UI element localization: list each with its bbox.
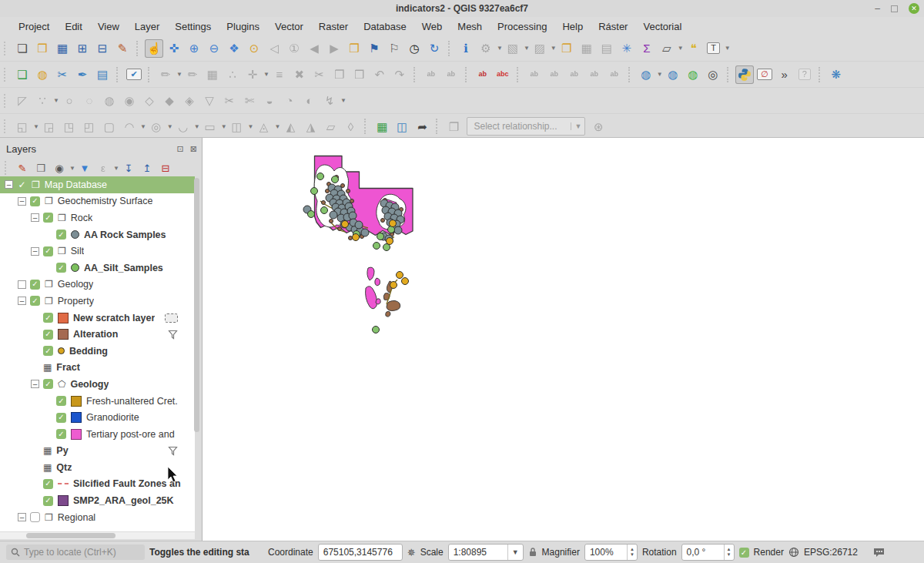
zoom-to-selection-icon[interactable]: ⊙: [245, 39, 263, 58]
layer-checkbox[interactable]: ✓: [43, 213, 53, 223]
layer-checkbox[interactable]: ✓: [56, 413, 66, 423]
globe-binoculars-icon[interactable]: ◎: [704, 65, 722, 84]
spin-arrows-icon[interactable]: ▲▼: [627, 545, 637, 560]
save-project-icon[interactable]: ▦: [53, 39, 72, 58]
layer-tree-row[interactable]: –❐Regional: [0, 509, 195, 526]
collapse-all-icon[interactable]: ↥: [139, 159, 156, 176]
panel-float-button[interactable]: ⊡: [177, 145, 184, 153]
zoom-in-icon[interactable]: ⊕: [185, 39, 203, 58]
layer-checkbox[interactable]: ✓: [30, 296, 40, 306]
adv-digitizing-8-icon[interactable]: ◆: [160, 92, 179, 110]
menu-vector[interactable]: Vector: [267, 19, 311, 34]
adv-digitizing-3-icon[interactable]: ○: [60, 92, 79, 110]
adv-digitizing-12-icon[interactable]: ✄: [240, 92, 259, 110]
processing-toolbox-icon[interactable]: ✳: [618, 39, 636, 58]
lock-scale-icon[interactable]: [528, 547, 537, 558]
menu-processing[interactable]: Processing: [490, 19, 554, 34]
disabled-tool-8-icon[interactable]: ◡: [174, 117, 192, 136]
render-checkbox[interactable]: ✓: [739, 548, 749, 558]
layer-checkbox[interactable]: ✓: [43, 346, 53, 356]
toolbar-handle[interactable]: [4, 94, 9, 108]
layer-tree-row[interactable]: ✓New scratch layer: [0, 310, 195, 327]
panel-close-button[interactable]: ⊠: [190, 145, 197, 153]
statistics-icon[interactable]: Σ: [638, 39, 656, 58]
adv-digitizing-13-icon[interactable]: ◒: [260, 92, 279, 110]
chevron-down-icon[interactable]: ▼: [497, 45, 503, 52]
layer-tree-row[interactable]: ✓Alteration: [0, 326, 195, 343]
chevron-down-icon[interactable]: ▼: [167, 123, 173, 130]
menu-layer[interactable]: Layer: [127, 19, 168, 34]
paste-features-icon[interactable]: ❒: [350, 65, 369, 84]
save-edits-icon[interactable]: ▦: [203, 65, 222, 84]
layer-tree-row[interactable]: ✓Bedding: [0, 343, 195, 360]
label-tool-icon[interactable]: ab: [422, 65, 440, 84]
layer-checkbox[interactable]: ✓: [56, 230, 66, 240]
add-group-icon[interactable]: ❒: [32, 159, 49, 176]
menu-rster[interactable]: Ráster: [591, 19, 635, 34]
layer-checkbox[interactable]: ✓: [43, 479, 53, 489]
current-edits-icon[interactable]: ✔: [125, 65, 143, 84]
multiedit-icon[interactable]: ≡: [270, 65, 289, 84]
measure-icon[interactable]: ▱: [658, 39, 676, 58]
filter-legend-icon[interactable]: ▼: [76, 159, 93, 176]
select-features-icon[interactable]: ▧: [504, 39, 522, 58]
globe-crs-icon[interactable]: [788, 547, 799, 558]
relation-edit-icon[interactable]: ❐: [444, 117, 463, 136]
layer-tree-row[interactable]: ✓SMP2_ARA_geol_25K: [0, 492, 195, 509]
map-tips-icon[interactable]: ❝: [685, 39, 703, 58]
cut-features-icon[interactable]: ✂: [310, 65, 329, 84]
layer-checkbox[interactable]: ✓: [17, 179, 27, 189]
text-annotation-icon[interactable]: T: [705, 39, 723, 58]
coordinate-input[interactable]: 675105,3145776: [318, 544, 403, 561]
metasearch-icon[interactable]: ◍: [637, 65, 655, 84]
label-show-hide-icon[interactable]: ab: [545, 65, 564, 84]
disabled-tool-6-icon[interactable]: ◠: [120, 117, 139, 136]
chevron-down-icon[interactable]: ▼: [678, 45, 684, 52]
disabled-tool-5-icon[interactable]: ▢: [100, 117, 119, 136]
menu-edit[interactable]: Edit: [57, 19, 89, 34]
adv-digitizing-9-icon[interactable]: ◈: [180, 92, 199, 110]
disabled-tool-1-icon[interactable]: ◱: [13, 117, 32, 136]
adv-digitizing-4-icon[interactable]: ◌: [80, 92, 99, 110]
style-manager-icon[interactable]: ✎: [113, 39, 132, 58]
layer-checkbox[interactable]: ✓: [30, 196, 40, 206]
label-properties-icon[interactable]: ab: [585, 65, 604, 84]
tree-expander[interactable]: –: [31, 213, 39, 222]
help-tool-icon[interactable]: ?: [795, 65, 814, 84]
adv-digitizing-11-icon[interactable]: ✂: [220, 92, 239, 110]
topology-checker-icon[interactable]: ❋: [827, 65, 845, 84]
pan-map-icon[interactable]: ☝: [145, 39, 163, 58]
chevron-down-icon[interactable]: ▼: [571, 122, 584, 130]
add-vector-layer-icon[interactable]: ❑: [13, 65, 32, 84]
layer-tree-row[interactable]: ✓❐Geology: [0, 276, 195, 293]
new-geopackage-icon[interactable]: ✒: [73, 65, 92, 84]
layer-tree-row[interactable]: ✓AA Rock Samples: [0, 226, 195, 243]
tree-expander[interactable]: –: [18, 513, 26, 521]
chevron-down-icon[interactable]: ▼: [275, 123, 281, 130]
label-edit-icon[interactable]: ab: [605, 65, 624, 84]
layer-tree-row[interactable]: ✓Fresh-unaltered Cret.: [0, 393, 195, 410]
menu-plugins[interactable]: Plugins: [219, 19, 267, 34]
new-bookmark-icon[interactable]: ⚑: [365, 39, 383, 58]
vertex-tool-icon[interactable]: ✛: [243, 65, 262, 84]
layer-checkbox[interactable]: ✓: [43, 246, 53, 256]
chevron-down-icon[interactable]: ▼: [507, 545, 523, 560]
locate-search-input[interactable]: Type to locate (Ctrl+K): [6, 545, 145, 560]
redo-icon[interactable]: ↷: [390, 65, 409, 84]
tree-expander[interactable]: –: [31, 380, 39, 388]
layer-checkbox[interactable]: ✓: [43, 496, 53, 506]
disabled-tool-3-icon[interactable]: ◳: [60, 117, 79, 136]
messages-balloon-icon[interactable]: [873, 547, 886, 558]
layer-tree-row[interactable]: –✓⬠Geology: [0, 376, 195, 393]
relationship-combo[interactable]: Select relationship...▼: [467, 117, 585, 136]
magnifier-spinbox[interactable]: 100%▲▼: [584, 544, 638, 561]
layer-tree-row[interactable]: –✓❐Property: [0, 293, 195, 310]
chevron-down-icon[interactable]: ▼: [725, 45, 731, 52]
edit-pencil-icon[interactable]: ✏: [183, 65, 202, 84]
filter-indicator-icon[interactable]: [168, 446, 178, 456]
identify-features-icon[interactable]: ℹ: [457, 39, 475, 58]
layer-checkbox[interactable]: ✓: [43, 313, 53, 323]
disabled-tool-15-icon[interactable]: ◊: [341, 117, 360, 136]
new-shapefile-icon[interactable]: ✂: [53, 65, 72, 84]
zoom-next-icon[interactable]: ▶: [325, 39, 343, 58]
